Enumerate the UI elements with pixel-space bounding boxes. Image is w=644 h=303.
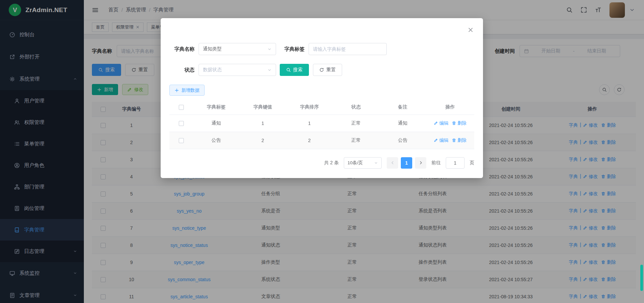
pagination: 共 2 条 10条/页 1 前往 页 [169, 157, 474, 169]
dialog-status-label: 状态 [169, 67, 195, 73]
goto-page-input[interactable] [446, 157, 465, 169]
add-dict-data-button[interactable]: 新增数据 [169, 85, 205, 96]
arrow-right-icon [419, 161, 423, 165]
row-delete-link[interactable]: 删除 [452, 137, 467, 143]
chevron-down-icon [374, 161, 378, 165]
pagination-total: 共 2 条 [324, 160, 339, 166]
plus-icon [174, 88, 179, 93]
search-icon [286, 68, 291, 72]
scrollbar-thumb[interactable] [640, 265, 643, 291]
dialog-dict-label-label: 字典标签 [276, 46, 305, 52]
dict-name-select[interactable]: 通知类型 [199, 43, 276, 55]
cell-status: 正常 [333, 132, 379, 149]
page-unit-label: 页 [470, 160, 474, 166]
page-number-button[interactable]: 1 [401, 157, 412, 169]
column-header: 字典排序 [286, 100, 333, 115]
dialog-search-button[interactable]: 搜索 [280, 64, 309, 76]
column-header: 操作 [426, 100, 474, 115]
arrow-left-icon [390, 161, 395, 165]
cell-status: 正常 [333, 115, 379, 132]
cell-dict-label: 通知 [193, 115, 239, 132]
dialog-reset-button[interactable]: 重置 [313, 64, 342, 76]
row-checkbox[interactable] [179, 138, 184, 143]
chevron-down-icon [267, 47, 272, 51]
column-header: 状态 [333, 100, 379, 115]
row-checkbox[interactable] [179, 121, 184, 126]
trash-icon [452, 121, 456, 125]
status-select[interactable]: 数据状态 [199, 64, 276, 76]
trash-icon [452, 138, 456, 142]
dialog-select-all-checkbox[interactable] [179, 105, 184, 110]
dialog-table-header-row: 字典标签 字典键值 字典排序 状态 备注 操作 [169, 100, 474, 115]
edit-icon [434, 121, 438, 125]
dict-data-dialog: 字典名称 通知类型 字典标签 状态 数据状态 搜索 重置 新增数据 [161, 18, 483, 178]
column-header: 字典键值 [239, 100, 286, 115]
chevron-down-icon [267, 68, 272, 72]
dialog-filter-row-2: 状态 数据状态 搜索 重置 [169, 64, 474, 76]
dict-data-table: 字典标签 字典键值 字典排序 状态 备注 操作 通知 1 1 正常 通知 编 [169, 100, 474, 149]
column-header: 备注 [379, 100, 426, 115]
row-edit-link[interactable]: 编辑 [434, 120, 448, 126]
prev-page-button[interactable] [387, 157, 398, 169]
cell-dict-sort: 2 [286, 132, 333, 149]
goto-label: 前往 [431, 160, 441, 166]
page-size-select[interactable]: 10条/页 [344, 157, 382, 169]
dialog-filter-row-1: 字典名称 通知类型 字典标签 [169, 43, 474, 55]
dialog-close-icon[interactable] [468, 27, 474, 33]
edit-icon [434, 138, 438, 142]
cell-remark: 通知 [379, 115, 426, 132]
dict-label-input[interactable] [309, 43, 387, 55]
column-header: 字典标签 [193, 100, 239, 115]
row-edit-link[interactable]: 编辑 [434, 137, 448, 143]
row-delete-link[interactable]: 删除 [452, 120, 467, 126]
cell-remark: 公告 [379, 132, 426, 149]
refresh-icon [319, 68, 324, 72]
cell-dict-label: 公告 [193, 132, 239, 149]
cell-dict-value: 1 [239, 115, 286, 132]
cell-dict-sort: 1 [286, 115, 333, 132]
dialog-dict-name-label: 字典名称 [169, 46, 195, 52]
cell-dict-value: 2 [239, 132, 286, 149]
next-page-button[interactable] [415, 157, 426, 169]
dialog-table-row: 通知 1 1 正常 通知 编辑删除 [169, 115, 474, 132]
dialog-table-row: 公告 2 2 正常 公告 编辑删除 [169, 132, 474, 149]
